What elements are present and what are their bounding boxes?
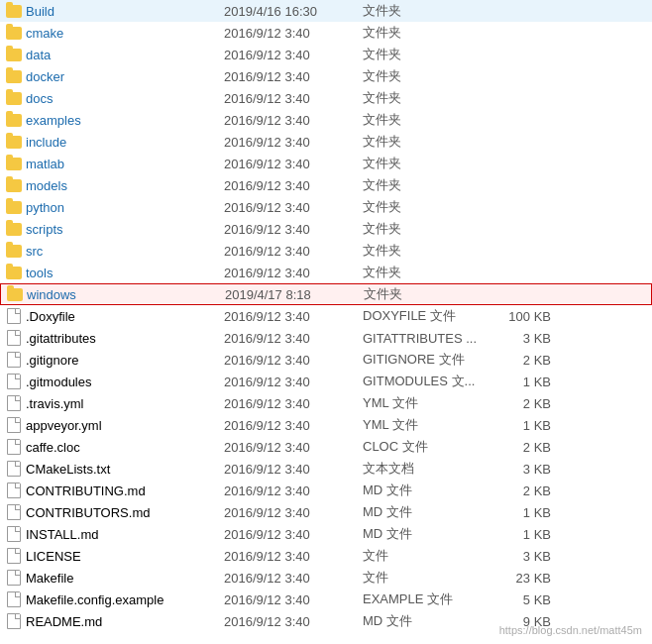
file-icon	[4, 395, 24, 411]
list-item[interactable]: windows2019/4/17 8:18文件夹	[0, 283, 652, 305]
file-date: 2016/9/12 3:40	[224, 266, 363, 280]
file-name: CONTRIBUTORS.md	[26, 505, 224, 520]
list-item[interactable]: matlab2016/9/12 3:40文件夹	[0, 153, 652, 174]
file-type: YML 文件	[363, 416, 491, 434]
folder-icon	[4, 68, 24, 84]
file-size: 1 KB	[491, 375, 551, 389]
file-type: MD 文件	[363, 482, 491, 499]
file-date: 2016/9/12 3:40	[224, 505, 363, 520]
file-date: 2016/9/12 3:40	[224, 418, 363, 433]
file-name: CMakeLists.txt	[26, 462, 224, 477]
list-item[interactable]: .travis.yml2016/9/12 3:40YML 文件2 KB	[0, 392, 652, 414]
file-name: windows	[27, 287, 225, 302]
list-item[interactable]: examples2016/9/12 3:40文件夹	[0, 109, 652, 131]
file-date: 2016/9/12 3:40	[224, 549, 363, 564]
list-item[interactable]: LICENSE2016/9/12 3:40文件3 KB	[0, 545, 652, 567]
file-type: GITMODULES 文...	[363, 373, 491, 390]
file-type: 文件夹	[363, 264, 491, 281]
list-item[interactable]: CONTRIBUTING.md2016/9/12 3:40MD 文件2 KB	[0, 480, 652, 501]
file-name: matlab	[26, 157, 224, 171]
list-item[interactable]: .gitignore2016/9/12 3:40GITIGNORE 文件2 KB	[0, 349, 652, 371]
file-date: 2016/9/12 3:40	[224, 614, 363, 629]
list-item[interactable]: Build2019/4/16 16:30文件夹	[0, 0, 652, 22]
file-type: YML 文件	[363, 394, 491, 412]
file-type: 文件夹	[363, 89, 491, 107]
file-size: 23 KB	[491, 571, 551, 586]
file-date: 2016/9/12 3:40	[224, 462, 363, 477]
file-name: .gitattributes	[26, 331, 224, 346]
file-date: 2016/9/12 3:40	[224, 440, 363, 455]
list-item[interactable]: scripts2016/9/12 3:40文件夹	[0, 218, 652, 240]
file-date: 2016/9/12 3:40	[224, 375, 363, 389]
file-date: 2016/9/12 3:40	[224, 26, 363, 41]
file-type: 文件夹	[363, 220, 491, 238]
file-date: 2019/4/17 8:18	[225, 287, 364, 302]
file-date: 2016/9/12 3:40	[224, 113, 363, 128]
list-item[interactable]: data2016/9/12 3:40文件夹	[0, 44, 652, 65]
file-date: 2016/9/12 3:40	[224, 309, 363, 324]
file-name: Build	[26, 4, 224, 19]
file-name: docker	[26, 69, 224, 84]
list-item[interactable]: docker2016/9/12 3:40文件夹	[0, 65, 652, 87]
list-item[interactable]: Makefile.config.example2016/9/12 3:40EXA…	[0, 589, 652, 610]
file-date: 2016/9/12 3:40	[224, 244, 363, 259]
file-icon	[4, 483, 24, 498]
folder-icon	[4, 134, 24, 150]
file-icon	[4, 548, 24, 564]
file-icon	[4, 504, 24, 520]
file-type: MD 文件	[363, 503, 491, 521]
list-item[interactable]: .Doxyfile2016/9/12 3:40DOXYFILE 文件100 KB	[0, 305, 652, 327]
folder-icon	[4, 221, 24, 237]
folder-icon	[4, 265, 24, 280]
list-item[interactable]: python2016/9/12 3:40文件夹	[0, 196, 652, 218]
file-size: 2 KB	[491, 483, 551, 498]
list-item[interactable]: CMakeLists.txt2016/9/12 3:40文本文档3 KB	[0, 458, 652, 480]
folder-icon	[4, 47, 24, 62]
file-type: 文件夹	[363, 24, 491, 42]
folder-icon	[4, 177, 24, 193]
list-item[interactable]: cmake2016/9/12 3:40文件夹	[0, 22, 652, 44]
list-item[interactable]: src2016/9/12 3:40文件夹	[0, 240, 652, 262]
file-name: data	[26, 48, 224, 62]
list-item[interactable]: .gitattributes2016/9/12 3:40GITATTRIBUTE…	[0, 327, 652, 349]
file-size: 3 KB	[491, 462, 551, 477]
file-type: 文件夹	[363, 198, 491, 216]
list-item[interactable]: docs2016/9/12 3:40文件夹	[0, 87, 652, 109]
file-icon	[4, 417, 24, 433]
list-item[interactable]: INSTALL.md2016/9/12 3:40MD 文件1 KB	[0, 523, 652, 545]
file-type: MD 文件	[363, 612, 491, 630]
list-item[interactable]: caffe.cloc2016/9/12 3:40CLOC 文件2 KB	[0, 436, 652, 458]
file-name: appveyor.yml	[26, 418, 224, 433]
file-name: .gitmodules	[26, 375, 224, 389]
file-size: 2 KB	[491, 353, 551, 368]
file-date: 2016/9/12 3:40	[224, 48, 363, 62]
folder-icon	[4, 243, 24, 259]
list-item[interactable]: .gitmodules2016/9/12 3:40GITMODULES 文...…	[0, 371, 652, 392]
file-icon	[4, 570, 24, 586]
file-type: 文件夹	[364, 285, 492, 303]
file-name: models	[26, 178, 224, 193]
file-size: 1 KB	[491, 418, 551, 433]
folder-icon	[4, 156, 24, 171]
file-type: 文件夹	[363, 2, 491, 20]
list-item[interactable]: tools2016/9/12 3:40文件夹	[0, 262, 652, 283]
file-size: 2 KB	[491, 440, 551, 455]
file-name: LICENSE	[26, 549, 224, 564]
file-type: 文件夹	[363, 176, 491, 194]
file-type: GITATTRIBUTES ...	[363, 331, 491, 346]
file-name: python	[26, 200, 224, 215]
list-item[interactable]: include2016/9/12 3:40文件夹	[0, 131, 652, 153]
file-type: 文件夹	[363, 155, 491, 172]
list-item[interactable]: CONTRIBUTORS.md2016/9/12 3:40MD 文件1 KB	[0, 501, 652, 523]
list-item[interactable]: Makefile2016/9/12 3:40文件23 KB	[0, 567, 652, 589]
file-size: 1 KB	[491, 527, 551, 542]
folder-icon	[4, 90, 24, 106]
list-item[interactable]: appveyor.yml2016/9/12 3:40YML 文件1 KB	[0, 414, 652, 436]
file-name: caffe.cloc	[26, 440, 224, 455]
file-name: Makefile	[26, 571, 224, 586]
file-type: CLOC 文件	[363, 438, 491, 456]
file-name: .gitignore	[26, 353, 224, 368]
file-list: Build2019/4/16 16:30文件夹cmake2016/9/12 3:…	[0, 0, 652, 632]
file-type: 文件夹	[363, 46, 491, 63]
list-item[interactable]: models2016/9/12 3:40文件夹	[0, 174, 652, 196]
